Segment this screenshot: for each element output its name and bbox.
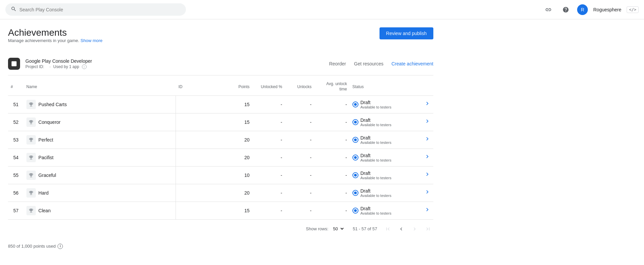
last-page-button[interactable] — [423, 224, 433, 234]
prev-page-button[interactable] — [396, 224, 407, 234]
show-more-link[interactable]: Show more — [81, 38, 103, 43]
row-status: Draft Available to testers — [350, 131, 420, 149]
row-id — [176, 166, 226, 184]
row-arrow-cell[interactable] — [420, 131, 433, 149]
row-points: 15 — [226, 202, 252, 219]
row-name: Perfect — [38, 137, 53, 143]
status-sublabel: Available to testers — [360, 105, 392, 109]
achievement-icon — [26, 135, 36, 145]
row-num: 54 — [8, 149, 24, 166]
col-header-num: # — [8, 78, 24, 95]
row-unlocks: - — [285, 149, 314, 166]
project-card: Google Play Console Developer Project ID… — [8, 54, 433, 75]
review-publish-button[interactable]: Review and publish — [380, 27, 433, 39]
col-header-avg: Avg. unlocktime — [314, 78, 350, 95]
get-resources-link[interactable]: Get resources — [354, 61, 384, 66]
used-by: Used by 1 app — [53, 64, 79, 69]
row-arrow-cell[interactable] — [420, 202, 433, 219]
row-name: Pacifist — [38, 155, 53, 160]
row-arrow-cell[interactable] — [420, 184, 433, 202]
search-container — [5, 3, 186, 16]
row-id — [176, 113, 226, 131]
status-text-block: Draft Available to testers — [360, 206, 392, 215]
avatar[interactable]: R — [577, 4, 588, 15]
row-id — [176, 184, 226, 202]
status-text-block: Draft Available to testers — [360, 135, 392, 145]
row-num: 51 — [8, 95, 24, 113]
status-label: Draft — [360, 117, 392, 123]
project-name: Google Play Console Developer — [25, 58, 324, 64]
achievement-icon — [26, 206, 36, 215]
project-id-label: Project ID: — [25, 64, 44, 69]
row-navigate-arrow[interactable] — [423, 100, 431, 108]
footer-info-icon[interactable]: i — [58, 244, 63, 249]
show-rows: Show rows: 50 25 10 — [306, 225, 345, 232]
table-row[interactable]: 53 Perfect 20 - - - — [8, 131, 433, 149]
table-row[interactable]: 51 Pushed Carts 15 - - - — [8, 95, 433, 113]
row-name: Clean — [38, 208, 51, 213]
points-used-text: 850 of 1,000 points used — [8, 244, 56, 249]
row-num: 56 — [8, 184, 24, 202]
status-label: Draft — [360, 100, 392, 105]
table-row[interactable]: 56 Hard 20 - - - — [8, 184, 433, 202]
first-page-button[interactable] — [383, 224, 393, 234]
row-unlocks: - — [285, 113, 314, 131]
info-circle-icon[interactable]: i — [82, 64, 87, 69]
table-row[interactable]: 54 Pacifist 20 - - - — [8, 149, 433, 166]
row-status: Draft Available to testers — [350, 149, 420, 166]
row-navigate-arrow[interactable] — [423, 153, 431, 162]
row-navigate-arrow[interactable] — [423, 206, 431, 215]
row-arrow-cell[interactable] — [420, 166, 433, 184]
col-header-id: ID — [176, 78, 226, 95]
user-name[interactable]: Roguesphere — [593, 7, 621, 12]
link-icon-button[interactable] — [542, 4, 554, 16]
row-avg-unlock-time: - — [314, 184, 350, 202]
help-icon-button[interactable] — [560, 4, 572, 16]
page-subtitle: Manage achievements in your game. Show m… — [8, 38, 103, 43]
status-sublabel: Available to testers — [360, 176, 392, 180]
page-title: Achievements — [8, 27, 103, 38]
achievements-table: # Name ID Points Unlocked % Unlocks Avg.… — [8, 78, 433, 220]
row-status: Draft Available to testers — [350, 95, 420, 113]
row-navigate-arrow[interactable] — [423, 118, 431, 126]
row-name-cell: Graceful — [24, 166, 176, 184]
status-sublabel: Available to testers — [360, 211, 392, 215]
row-unlocked-pct: - — [252, 113, 285, 131]
table-row[interactable]: 55 Graceful 10 - - - — [8, 166, 433, 184]
row-arrow-cell[interactable] — [420, 149, 433, 166]
search-input[interactable] — [19, 7, 181, 12]
row-arrow-cell[interactable] — [420, 95, 433, 113]
pagination: Show rows: 50 25 10 51 - 57 of 57 — [8, 220, 433, 238]
row-avg-unlock-time: - — [314, 131, 350, 149]
create-achievement-link[interactable]: Create achievement — [392, 61, 433, 66]
row-unlocks: - — [285, 131, 314, 149]
table-row[interactable]: 52 Conqueror 15 - - - — [8, 113, 433, 131]
row-name: Hard — [38, 190, 48, 196]
row-navigate-arrow[interactable] — [423, 189, 431, 197]
page-header: Achievements Manage achievements in your… — [8, 27, 433, 51]
row-unlocked-pct: - — [252, 131, 285, 149]
row-avg-unlock-time: - — [314, 202, 350, 219]
row-arrow-cell[interactable] — [420, 113, 433, 131]
row-unlocked-pct: - — [252, 95, 285, 113]
row-points: 15 — [226, 95, 252, 113]
footer: 850 of 1,000 points used i — [0, 238, 644, 254]
row-navigate-arrow[interactable] — [423, 136, 431, 144]
status-sublabel: Available to testers — [360, 194, 392, 198]
col-header-points: Points — [226, 78, 252, 95]
status-label: Draft — [360, 171, 392, 176]
status-label: Draft — [360, 153, 392, 158]
row-num: 52 — [8, 113, 24, 131]
next-page-button[interactable] — [409, 224, 420, 234]
row-navigate-arrow[interactable] — [423, 171, 431, 179]
table-row[interactable]: 57 Clean 15 - - - — [8, 202, 433, 219]
rows-per-page-select[interactable]: 50 25 10 — [330, 225, 345, 232]
row-avg-unlock-time: - — [314, 113, 350, 131]
reorder-link[interactable]: Reorder — [329, 61, 346, 66]
row-name-cell: Pushed Carts — [24, 95, 176, 113]
dev-mode-badge[interactable]: </> — [627, 6, 639, 13]
achievement-icon — [26, 117, 36, 127]
row-name-cell: Clean — [24, 202, 176, 219]
row-points: 10 — [226, 166, 252, 184]
table-body: 51 Pushed Carts 15 - - - — [8, 95, 433, 219]
